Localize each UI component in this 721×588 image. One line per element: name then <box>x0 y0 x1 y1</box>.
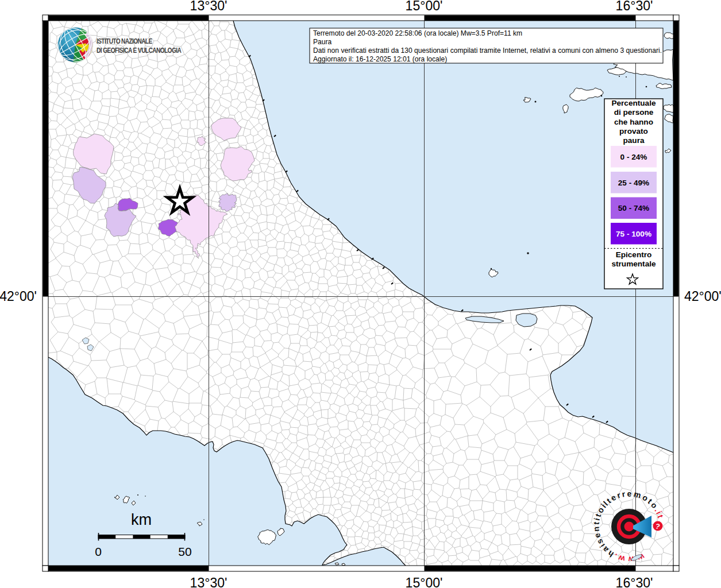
svg-text:0 - 24%: 0 - 24% <box>620 153 647 161</box>
svg-text:ISTITUTO NAZIONALE: ISTITUTO NAZIONALE <box>97 37 152 45</box>
svg-text:Paura: Paura <box>313 38 332 46</box>
svg-text:16°30': 16°30' <box>616 575 653 588</box>
svg-text:Terremoto del 20-03-2020 22:58: Terremoto del 20-03-2020 22:58:06 (ora l… <box>313 29 522 37</box>
svg-text:15°00': 15°00' <box>406 0 443 13</box>
svg-text:42°00': 42°00' <box>684 289 721 304</box>
svg-text:25 - 49%: 25 - 49% <box>618 179 649 187</box>
svg-text:di persone: di persone <box>614 108 654 117</box>
svg-text:50: 50 <box>178 545 191 558</box>
svg-text:n: n <box>591 526 601 532</box>
svg-text:50 - 74%: 50 - 74% <box>618 204 649 212</box>
svg-text:strumentale: strumentale <box>611 260 656 268</box>
svg-text:16°30': 16°30' <box>616 0 653 13</box>
svg-text:75 - 100%: 75 - 100% <box>616 230 651 238</box>
svg-text:DI GEOFISICA E VULCANOLOGIA: DI GEOFISICA E VULCANOLOGIA <box>97 47 182 54</box>
svg-text:Dati non verificati estratti d: Dati non verificati estratti da 130 ques… <box>313 47 662 55</box>
svg-text:provato: provato <box>619 127 648 136</box>
svg-text:Percentuale: Percentuale <box>611 99 656 107</box>
svg-text:42°00': 42°00' <box>0 289 37 304</box>
svg-text:km: km <box>131 511 152 528</box>
svg-text:e: e <box>627 489 631 498</box>
svg-text:Epicentro: Epicentro <box>616 250 652 259</box>
svg-text:Aggiornato il: 16-12-2025 12:0: Aggiornato il: 16-12-2025 12:01 (ora loc… <box>313 55 447 63</box>
svg-text:0: 0 <box>95 545 102 558</box>
svg-text:13°30': 13°30' <box>190 0 228 13</box>
svg-text:paura: paura <box>623 136 644 145</box>
svg-text:che hanno: che hanno <box>614 118 653 126</box>
svg-text:15°00': 15°00' <box>406 575 443 588</box>
svg-text:13°30': 13°30' <box>190 575 228 588</box>
